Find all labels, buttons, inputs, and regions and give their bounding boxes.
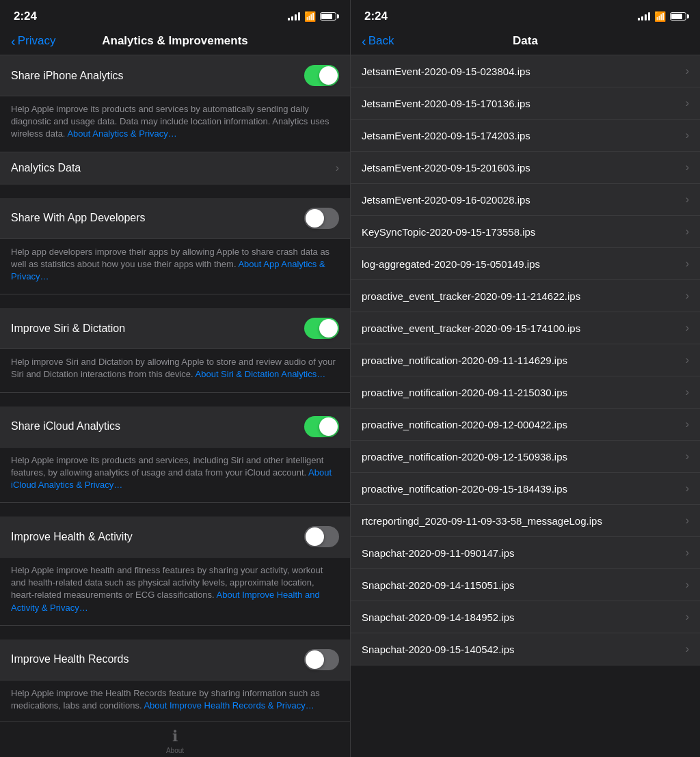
setting-label-improve-health-activity: Improve Health & Activity: [11, 531, 133, 543]
chevron-right-icon: ›: [686, 193, 689, 206]
desc-icloud-analytics: Help Apple improve its products and serv…: [0, 448, 350, 504]
desc-text-health-activity: Help Apple improve health and fitness fe…: [11, 564, 339, 614]
file-list-item[interactable]: rtcreportingd_2020-09-11-09-33-58_messag…: [351, 505, 700, 537]
chevron-right-icon: ›: [686, 290, 689, 302]
setting-label-share-iphone: Share iPhone Analytics: [11, 70, 124, 82]
file-list-item[interactable]: JetsamEvent-2020-09-15-023804.ips ›: [351, 55, 700, 87]
file-list-item[interactable]: Snapchat-2020-09-11-090147.ips ›: [351, 537, 700, 569]
chevron-left-icon: ‹: [11, 34, 16, 48]
status-bar-left: 2:24 📶: [0, 0, 350, 29]
toggle-improve-siri[interactable]: [304, 318, 339, 339]
file-name-label: Snapchat-2020-09-15-140542.ips: [362, 644, 680, 655]
back-button-left[interactable]: ‹ Privacy: [11, 34, 66, 48]
chevron-right-icon: ›: [686, 482, 689, 495]
link-analytics-privacy[interactable]: About Analytics & Privacy…: [67, 128, 176, 139]
file-name-label: proactive_event_tracker-2020-09-15-17410…: [362, 322, 680, 334]
toggle-knob-5: [306, 527, 324, 546]
signal-icon: [288, 12, 300, 20]
desc-improve-siri: Help improve Siri and Dictation by allow…: [0, 349, 350, 392]
file-name-label: proactive_notification-2020-09-15-184439…: [362, 483, 680, 495]
left-scroll-content: Share iPhone Analytics Help Apple improv…: [0, 55, 350, 721]
file-list-item[interactable]: proactive_notification-2020-09-15-184439…: [351, 473, 700, 505]
file-list-item[interactable]: Snapchat-2020-09-14-184952.ips ›: [351, 601, 700, 633]
setting-row-improve-siri: Improve Siri & Dictation: [0, 308, 350, 349]
file-list-item[interactable]: JetsamEvent-2020-09-15-174203.ips ›: [351, 120, 700, 152]
section-gap-5: [0, 626, 350, 639]
wifi-icon-right: 📶: [654, 11, 666, 22]
file-list-item[interactable]: proactive_notification-2020-09-12-000422…: [351, 409, 700, 441]
tab-about[interactable]: ℹ About: [0, 728, 350, 754]
back-label-right: Back: [368, 34, 394, 48]
link-health-activity-privacy[interactable]: About Improve Health and Activity & Priv…: [11, 590, 320, 612]
file-name-label: proactive_notification-2020-09-12-150938…: [362, 451, 680, 463]
setting-label-analytics-data: Analytics Data: [11, 162, 81, 174]
nav-bar-right: ‹ Back Data: [351, 29, 700, 55]
file-list-item[interactable]: proactive_notification-2020-09-12-150938…: [351, 441, 700, 473]
chevron-right-icon: ›: [686, 65, 689, 77]
toggle-share-iphone[interactable]: [304, 65, 339, 86]
chevron-right-icon: ›: [686, 97, 689, 109]
file-name-label: JetsamEvent-2020-09-15-201603.ips: [362, 162, 680, 174]
setting-label-improve-health-records: Improve Health Records: [11, 653, 129, 665]
file-list-item[interactable]: JetsamEvent-2020-09-16-020028.ips ›: [351, 184, 700, 216]
wifi-icon: 📶: [304, 11, 316, 22]
chevron-right-icon: ›: [686, 129, 689, 141]
file-name-label: Snapchat-2020-09-11-090147.ips: [362, 547, 680, 559]
back-button-right[interactable]: ‹ Back: [362, 34, 416, 48]
link-app-analytics-privacy[interactable]: About App Analytics & Privacy…: [11, 259, 325, 281]
left-panel: 2:24 📶 ‹ Privacy Analytics & Improvement…: [0, 0, 350, 757]
link-health-records-privacy[interactable]: About Improve Health Records & Privacy…: [144, 700, 314, 711]
file-list-item[interactable]: proactive_event_tracker-2020-09-11-21462…: [351, 280, 700, 312]
setting-row-share-iphone-analytics: Share iPhone Analytics: [0, 55, 350, 96]
setting-label-improve-siri: Improve Siri & Dictation: [11, 322, 125, 335]
chevron-right-icon: ›: [686, 579, 689, 591]
setting-label-share-app-devs: Share With App Developers: [11, 212, 146, 224]
file-list-item[interactable]: proactive_notification-2020-09-11-114629…: [351, 344, 700, 376]
file-list: JetsamEvent-2020-09-15-023804.ips › Jets…: [351, 55, 700, 757]
setting-row-improve-health-activity: Improve Health & Activity: [0, 517, 350, 558]
chevron-right-icon: ›: [686, 418, 689, 430]
file-list-item[interactable]: KeySyncTopic-2020-09-15-173558.ips ›: [351, 216, 700, 248]
toggle-share-app-devs[interactable]: [304, 208, 339, 229]
file-name-label: JetsamEvent-2020-09-15-174203.ips: [362, 130, 680, 141]
chevron-right-icon: ›: [686, 611, 689, 623]
status-time-left: 2:24: [14, 10, 37, 23]
desc-text-health-records: Help Apple improve the Health Records fe…: [11, 687, 339, 712]
status-icons-right: 📶: [638, 11, 686, 22]
chevron-right-icon: ›: [686, 354, 689, 366]
about-icon: ℹ: [172, 728, 178, 745]
chevron-right-icon: ›: [686, 161, 689, 174]
desc-improve-health-activity: Help Apple improve health and fitness fe…: [0, 558, 350, 626]
file-name-label: log-aggregated-2020-09-15-050149.ips: [362, 258, 680, 270]
file-list-item[interactable]: JetsamEvent-2020-09-15-170136.ips ›: [351, 87, 700, 120]
file-list-item[interactable]: log-aggregated-2020-09-15-050149.ips ›: [351, 248, 700, 280]
desc-text-app-devs: Help app developers improve their apps b…: [11, 246, 339, 284]
toggle-knob-2: [306, 209, 324, 228]
file-name-label: Snapchat-2020-09-14-115051.ips: [362, 579, 680, 591]
setting-row-analytics-data[interactable]: Analytics Data ›: [0, 152, 350, 184]
nav-title-right: Data: [416, 34, 634, 48]
nav-title-left: Analytics & Improvements: [66, 34, 284, 48]
toggle-icloud-analytics[interactable]: [304, 416, 339, 437]
file-name-label: proactive_notification-2020-09-11-114629…: [362, 355, 680, 366]
setting-label-icloud-analytics: Share iCloud Analytics: [11, 420, 120, 432]
toggle-improve-health-records[interactable]: [304, 649, 339, 670]
chevron-right-icon: ›: [686, 547, 689, 559]
section-gap-3: [0, 393, 350, 407]
link-icloud-analytics-privacy[interactable]: About iCloud Analytics & Privacy…: [11, 467, 332, 490]
file-list-item[interactable]: Snapchat-2020-09-14-115051.ips ›: [351, 569, 700, 601]
file-list-item[interactable]: Snapchat-2020-09-15-140542.ips ›: [351, 633, 700, 665]
desc-share-app-devs: Help app developers improve their apps b…: [0, 239, 350, 295]
chevron-right-icon: ›: [336, 162, 339, 174]
file-list-item[interactable]: proactive_event_tracker-2020-09-15-17410…: [351, 312, 700, 344]
file-list-item[interactable]: proactive_notification-2020-09-11-215030…: [351, 376, 700, 409]
file-list-item[interactable]: JetsamEvent-2020-09-15-201603.ips ›: [351, 152, 700, 184]
battery-icon-right: [670, 12, 686, 20]
status-time-right: 2:24: [364, 10, 388, 23]
toggle-improve-health-activity[interactable]: [304, 526, 339, 547]
chevron-left-icon-right: ‹: [362, 34, 366, 48]
status-bar-right: 2:24 📶: [351, 0, 700, 29]
chevron-right-icon: ›: [686, 386, 689, 398]
link-siri-analytics[interactable]: About Siri & Dictation Analytics…: [196, 369, 326, 379]
battery-icon: [320, 12, 336, 20]
